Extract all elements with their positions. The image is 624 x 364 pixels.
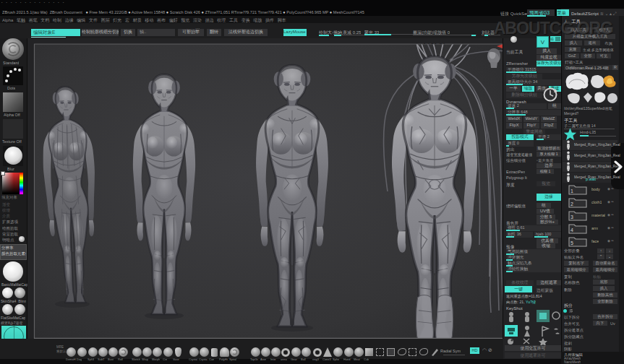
svg-text:5: 5 bbox=[570, 240, 573, 246]
svg-text:2: 2 bbox=[570, 202, 573, 207]
svg-text:4: 4 bbox=[570, 228, 573, 233]
svg-text:1: 1 bbox=[570, 188, 573, 194]
svg-text:大 男 以%1: 大 男 以%1 bbox=[424, 38, 453, 45]
svg-text:3: 3 bbox=[570, 214, 573, 220]
